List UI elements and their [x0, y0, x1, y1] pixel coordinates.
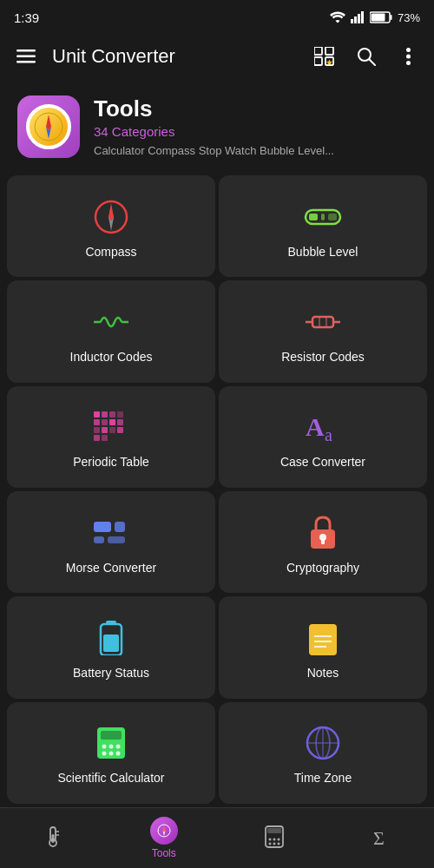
grid-item-case-converter[interactable]: AaCase Converter: [219, 386, 427, 488]
header-info: Tools 34 Categories Calculator Compass S…: [94, 95, 417, 157]
grid-item-scientific-calculator[interactable]: Scientific Calculator: [7, 702, 215, 804]
svg-rect-10: [314, 47, 322, 55]
compass-label: Compass: [85, 245, 136, 259]
grid-item-inductor-codes[interactable]: Inductor Codes: [7, 280, 215, 382]
tools-nav-icon: [150, 817, 178, 845]
nav-item-tools[interactable]: Tools: [136, 812, 192, 865]
signal-icon: [351, 11, 365, 23]
svg-rect-47: [109, 427, 115, 433]
svg-rect-56: [108, 536, 125, 543]
svg-rect-50: [102, 435, 108, 441]
favorites-grid-button[interactable]: [306, 37, 344, 76]
top-bar: Unit Converter: [0, 31, 434, 82]
svg-rect-12: [314, 57, 322, 65]
svg-rect-69: [101, 731, 122, 740]
svg-point-91: [273, 838, 276, 841]
svg-point-93: [269, 843, 272, 845]
search-icon: [357, 47, 376, 66]
svg-point-71: [109, 745, 114, 749]
battery-icon: [370, 11, 392, 23]
inductor-codes-icon: [92, 303, 130, 341]
nav-item-calculator[interactable]: [251, 820, 298, 856]
compass-icon: [92, 198, 130, 236]
svg-point-95: [278, 843, 280, 845]
notes-icon: [304, 619, 342, 657]
svg-point-73: [102, 752, 107, 756]
status-time: 1:39: [14, 10, 39, 25]
svg-rect-5: [390, 15, 391, 20]
svg-rect-1: [354, 16, 357, 23]
svg-rect-53: [94, 522, 111, 532]
compass-nav-icon: [156, 823, 172, 838]
battery-status-icon: [92, 619, 130, 657]
header-card: Tools 34 Categories Calculator Compass S…: [0, 82, 434, 172]
grid-item-battery-status[interactable]: Battery Status: [7, 596, 215, 698]
menu-icon: [16, 49, 36, 63]
svg-point-74: [109, 752, 114, 756]
svg-point-16: [406, 48, 411, 52]
svg-rect-54: [115, 522, 125, 532]
svg-rect-33: [312, 317, 333, 327]
menu-button[interactable]: [7, 37, 45, 76]
svg-rect-29: [328, 214, 337, 220]
grid-item-time-zone[interactable]: Time Zone: [219, 702, 427, 804]
app-name: Tools: [94, 95, 417, 122]
compass-icon: [33, 111, 64, 142]
grid-item-resistor-codes[interactable]: Resistor Codes: [219, 280, 427, 382]
svg-rect-45: [94, 427, 100, 433]
svg-rect-89: [267, 828, 281, 833]
svg-rect-3: [361, 11, 364, 23]
morse-converter-icon: [92, 514, 130, 552]
svg-rect-41: [94, 419, 100, 425]
grid-item-morse-converter[interactable]: Morse Converter: [7, 491, 215, 593]
header-description: Calculator Compass Stop Watch Bubble Lev…: [94, 144, 417, 157]
page-title: Unit Converter: [45, 45, 306, 68]
more-options-button[interactable]: [389, 37, 427, 76]
svg-point-75: [116, 752, 121, 756]
grid-item-cryptography[interactable]: Cryptography: [219, 491, 427, 593]
categories-label: 34 Categories: [94, 124, 417, 139]
svg-rect-6: [371, 14, 385, 22]
resistor-codes-icon: [304, 303, 342, 341]
cryptography-label: Cryptography: [286, 561, 359, 575]
nav-item-thermometer[interactable]: [30, 820, 76, 856]
grid-item-notes[interactable]: Notes: [219, 596, 427, 698]
svg-rect-8: [16, 56, 36, 58]
svg-rect-0: [351, 19, 353, 23]
svg-text:A: A: [306, 412, 325, 441]
periodic-table-icon: [92, 408, 130, 446]
svg-rect-82: [52, 834, 55, 843]
case-converter-label: Case Converter: [280, 455, 365, 469]
svg-rect-48: [117, 427, 123, 433]
nav-item-sigma[interactable]: Σ: [358, 820, 404, 856]
svg-rect-43: [109, 419, 115, 425]
grid-item-compass[interactable]: Compass: [7, 175, 215, 277]
sigma-icon: Σ: [372, 825, 391, 848]
search-button[interactable]: [347, 37, 385, 76]
svg-rect-38: [102, 411, 108, 418]
scientific-calculator-label: Scientific Calculator: [58, 771, 165, 785]
case-converter-icon: Aa: [304, 408, 342, 446]
svg-rect-9: [16, 61, 36, 63]
svg-point-94: [273, 843, 276, 845]
cryptography-icon: [304, 514, 342, 552]
nav-tools-label: Tools: [152, 847, 176, 859]
svg-text:Σ: Σ: [373, 827, 385, 848]
svg-point-72: [116, 745, 121, 749]
wifi-icon: [330, 11, 345, 23]
favorites-grid-icon: [314, 47, 335, 66]
svg-point-18: [406, 61, 411, 65]
svg-rect-44: [117, 419, 123, 425]
inductor-codes-label: Inductor Codes: [70, 350, 153, 364]
thermometer-icon: [43, 825, 62, 848]
bubble-level-icon: [304, 198, 342, 236]
grid-item-periodic-table[interactable]: Periodic Table: [7, 386, 215, 488]
grid-item-bubble-level[interactable]: Bubble Level: [219, 175, 427, 277]
svg-rect-63: [103, 635, 119, 652]
svg-rect-37: [94, 411, 100, 418]
tools-grid: CompassBubble LevelInductor CodesResisto…: [0, 172, 434, 807]
svg-rect-55: [94, 536, 104, 543]
more-vert-icon: [406, 48, 411, 65]
calculator-nav-icon: [265, 825, 284, 848]
top-bar-actions: [306, 37, 427, 76]
